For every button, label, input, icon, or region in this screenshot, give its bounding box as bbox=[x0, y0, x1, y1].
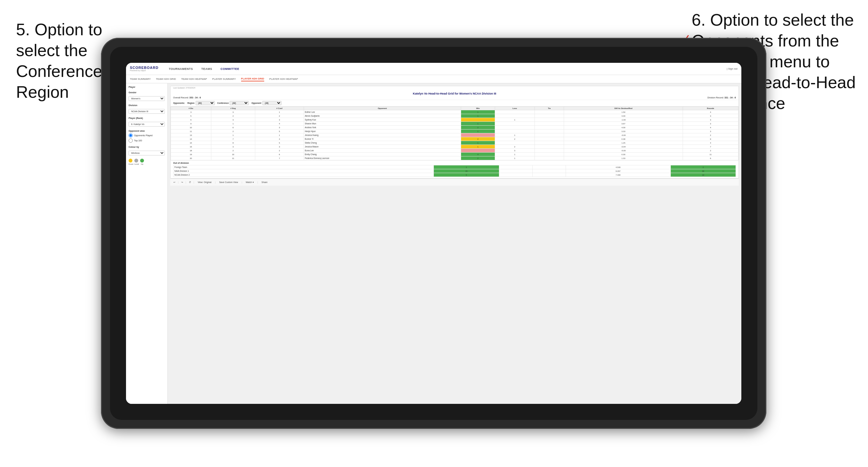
cell-win bbox=[461, 149, 495, 153]
sidebar: Player Gender Women's Division NCAA Divi… bbox=[126, 83, 168, 404]
out-cell-tie bbox=[532, 169, 566, 173]
cell-reg: 2 bbox=[211, 129, 255, 133]
cell-div: 14 bbox=[171, 137, 211, 141]
nav-committee[interactable]: COMMITTEE bbox=[219, 67, 241, 71]
sub-nav-team-summary[interactable]: TEAM SUMMARY bbox=[130, 77, 151, 81]
cell-opponent: Andrea York bbox=[304, 126, 461, 129]
table-body: 3 3 1 Esther Lee 1 1.50 4 5 2 2 Alexis S… bbox=[171, 110, 739, 160]
view-original-btn[interactable]: View: Original bbox=[196, 181, 212, 184]
cell-div: 5 bbox=[171, 114, 211, 118]
cell-tie bbox=[534, 129, 564, 133]
cell-win: 1 bbox=[461, 114, 495, 118]
cell-conf: 5 bbox=[255, 129, 304, 133]
cell-div: 20 bbox=[171, 156, 211, 160]
th-rounds: Rounds bbox=[683, 107, 739, 110]
gender-select[interactable]: Women's bbox=[129, 96, 165, 101]
out-cell-loss bbox=[499, 165, 532, 169]
th-tie: Tie bbox=[534, 107, 564, 110]
nav-teams[interactable]: TEAMS bbox=[200, 67, 214, 71]
conference-filter-label: Conference bbox=[217, 102, 229, 104]
out-cell-loss bbox=[499, 169, 532, 173]
out-cell-name: Foreign Team bbox=[174, 165, 434, 169]
app-header: SCOREBOARD Powered by clippd TOURNAMENTS… bbox=[126, 63, 741, 75]
opponent-filter-group: Opponent (All) bbox=[251, 101, 282, 105]
radio-top-100[interactable]: Top 100 bbox=[129, 138, 165, 143]
cell-win: 4 bbox=[461, 153, 495, 156]
conference-filter-group: Conference (All) bbox=[217, 101, 249, 105]
cell-div: 9 bbox=[171, 122, 211, 126]
cell-diff: 1.25 bbox=[564, 141, 683, 145]
toolbar-undo[interactable]: ↩ bbox=[174, 181, 176, 184]
h2h-table: # Div # Reg # Conf Opponent Win Loss Tie… bbox=[170, 106, 739, 160]
cell-reg: 7 bbox=[211, 137, 255, 141]
watch-btn[interactable]: Watch ▾ bbox=[245, 181, 255, 184]
cell-win bbox=[461, 118, 495, 122]
out-cell-name: NAIA Division 1 bbox=[174, 169, 434, 173]
cell-div: 16 bbox=[171, 145, 211, 149]
th-conf: # Conf bbox=[255, 107, 304, 110]
region-filter-select[interactable]: (All) bbox=[195, 101, 215, 105]
cell-loss bbox=[495, 114, 534, 118]
cell-rounds: 4 bbox=[683, 110, 739, 114]
cell-win: 1 bbox=[461, 110, 495, 114]
player-rank-select[interactable]: 8. Katelyn Vo bbox=[129, 122, 165, 127]
table-row: 3 3 1 Esther Lee 1 1.50 4 bbox=[171, 110, 739, 114]
cell-tie bbox=[534, 145, 564, 149]
cell-reg: 1 bbox=[211, 133, 255, 137]
cell-diff: 3.67 bbox=[564, 122, 683, 126]
player-section: Player bbox=[129, 86, 165, 88]
save-custom-btn[interactable]: Save Custom View bbox=[218, 181, 239, 184]
sub-nav-team-h2h-heatmap[interactable]: TEAM H2H HEATMAP bbox=[181, 77, 207, 81]
out-division-table: Foreign Team 1 4.500 2 NAIA Division 1 1… bbox=[173, 165, 736, 177]
cell-reg: 10 bbox=[211, 153, 255, 156]
sub-nav-player-h2h-heatmap[interactable]: PLAYER H2H HEATMAP bbox=[269, 77, 298, 81]
th-diff: Diff Av Strokes/Rnd bbox=[564, 107, 683, 110]
conference-filter-select[interactable]: (All) bbox=[229, 101, 249, 105]
sub-nav-player-summary[interactable]: PLAYER SUMMARY bbox=[212, 77, 236, 81]
data-area: Last Updated: 27/03/2024 Katelyn Vo Head… bbox=[170, 86, 739, 179]
radio-opponents-played[interactable]: Opponents Played bbox=[129, 133, 165, 137]
cell-rounds: 4 bbox=[683, 141, 739, 145]
cell-opponent: Eunice Yi bbox=[304, 137, 461, 141]
th-reg: # Reg bbox=[211, 107, 255, 110]
cell-opponent: Alexis Sudjianto bbox=[304, 114, 461, 118]
table-row: 18 2 2 Euna Lee 3 -5.00 2 bbox=[171, 149, 739, 153]
sign-out[interactable]: | Sign out bbox=[726, 67, 738, 70]
table-row: 13 1 1 Jessica Huang 1 -3.00 2 bbox=[171, 133, 739, 137]
cell-opponent: Jessica Mason bbox=[304, 145, 461, 149]
share-btn[interactable]: Share bbox=[261, 181, 269, 184]
opponent-filter-select[interactable]: (All) bbox=[262, 101, 282, 105]
region-filter-label: Region bbox=[187, 102, 194, 104]
cell-opponent: Sydney Kuo bbox=[304, 118, 461, 122]
cell-opponent: Federica Domecq Lacroze bbox=[304, 156, 461, 160]
out-cell-tie bbox=[532, 165, 566, 169]
out-cell-tie bbox=[532, 173, 566, 177]
nav-items: TOURNAMENTS TEAMS COMMITTEE bbox=[167, 67, 241, 71]
sub-nav-team-h2h-grid[interactable]: TEAM H2H GRID bbox=[156, 77, 176, 81]
cell-diff: 4.00 bbox=[564, 126, 683, 129]
cell-loss bbox=[495, 126, 534, 129]
out-cell-win: 1 bbox=[434, 165, 499, 169]
sub-nav-player-h2h-grid[interactable]: PLAYER H2H GRID bbox=[241, 76, 264, 82]
bottom-toolbar: ↩ | ↪ | ⏱ | View: Original | Save Custom… bbox=[170, 179, 739, 186]
out-of-division: Out of division Foreign Team 1 4.500 2 N… bbox=[170, 160, 739, 178]
cell-rounds: 3 bbox=[683, 129, 739, 133]
table-row: 6 3 3 Sydney Kuo 1 -1.00 3 bbox=[171, 118, 739, 122]
table-row: 19 10 6 Emily Chang 4 1 0.30 11 bbox=[171, 153, 739, 156]
toolbar-redo[interactable]: ↪ bbox=[181, 181, 183, 184]
cell-loss: 1 bbox=[495, 156, 534, 160]
colour-by-select[interactable]: Win/loss bbox=[129, 151, 165, 155]
cell-win: 1 bbox=[461, 141, 495, 145]
cell-tie bbox=[534, 137, 564, 141]
circle-down bbox=[129, 159, 132, 162]
cell-rounds: 9 bbox=[683, 137, 739, 141]
division-label: Division bbox=[129, 104, 165, 106]
division-select[interactable]: NCAA Division III bbox=[129, 109, 165, 114]
cell-conf: 6 bbox=[255, 153, 304, 156]
cell-conf: 4 bbox=[255, 137, 304, 141]
opponent-view-radios: Opponents Played Top 100 bbox=[129, 133, 165, 143]
out-cell-diff: 7.400 bbox=[566, 173, 671, 177]
out-cell-loss bbox=[499, 173, 532, 177]
nav-tournaments[interactable]: TOURNAMENTS bbox=[167, 67, 194, 71]
out-cell-name: NCAA Division 2 bbox=[174, 173, 434, 177]
